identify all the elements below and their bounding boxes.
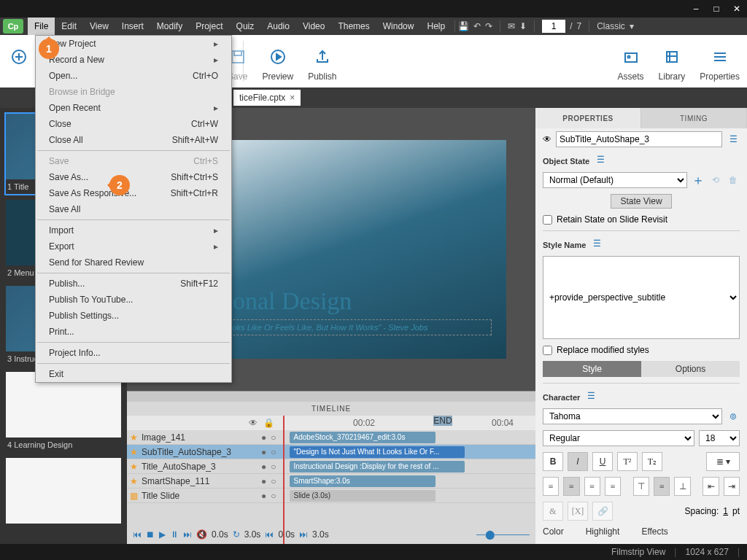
delete-state-icon[interactable]: 🗑 — [727, 174, 740, 187]
menu-themes[interactable]: Themes — [331, 18, 376, 35]
maximize-button[interactable]: □ — [706, 0, 727, 18]
object-name-input[interactable] — [556, 131, 722, 147]
replace-styles-checkbox[interactable] — [543, 346, 552, 355]
library-button[interactable]: Library — [651, 41, 693, 82]
menu-item-print-[interactable]: Print... — [36, 324, 231, 340]
layout-selector[interactable]: Classic — [597, 21, 625, 31]
retain-state-checkbox[interactable] — [543, 215, 552, 225]
menu-edit[interactable]: Edit — [55, 18, 83, 35]
playhead[interactable] — [283, 416, 285, 560]
menu-item-publish-to-youtube-[interactable]: Publish To YouTube... — [36, 292, 231, 308]
menu-item-publish-[interactable]: Publish...Shift+F12 — [36, 276, 231, 292]
state-view-button[interactable]: State View — [611, 194, 671, 209]
menu-modify[interactable]: Modify — [150, 18, 189, 35]
menu-item-new-project[interactable]: New Project — [36, 36, 231, 52]
bold-button[interactable]: B — [543, 452, 563, 471]
mail-icon[interactable]: ✉ — [508, 21, 515, 31]
weight-select[interactable]: Regular — [543, 430, 694, 446]
menu-item-close-all[interactable]: Close AllShift+Alt+W — [36, 132, 231, 148]
menu-item-project-info-[interactable]: Project Info... — [36, 345, 231, 361]
timeline-row[interactable]: ★Image_141●○AdobeStock_370219467_edit:3.… — [127, 430, 535, 445]
spacing-value[interactable]: 1 — [723, 506, 728, 516]
rewind-icon[interactable]: ⏮ — [133, 529, 142, 540]
menu-item-send-for-shared-review[interactable]: Send for Shared Review — [36, 254, 231, 271]
pause-icon[interactable]: ⏸ — [170, 529, 179, 540]
size-select[interactable]: 18 — [699, 430, 740, 446]
menu-item-exit[interactable]: Exit — [36, 366, 231, 382]
timeline-row[interactable]: ★SubTitle_AutoShape_3●○"Design Is Not Ju… — [127, 445, 535, 459]
publish-button[interactable]: Publish — [301, 41, 344, 82]
save-icon[interactable]: 💾 — [458, 21, 469, 31]
menu-icon[interactable]: ☰ — [594, 153, 607, 166]
hyperlink-button[interactable]: 🔗 — [592, 502, 613, 521]
menu-item-open-[interactable]: Open...Ctrl+O — [36, 68, 231, 84]
align-justify-button[interactable]: ≡ — [605, 477, 621, 496]
menu-icon[interactable]: ☰ — [584, 389, 597, 402]
align-left-button[interactable]: ≡ — [543, 477, 559, 496]
menu-item-import[interactable]: Import — [36, 222, 231, 238]
menu-video[interactable]: Video — [296, 18, 331, 35]
tab-timing[interactable]: TIMING — [641, 108, 747, 128]
menu-quiz[interactable]: Quiz — [230, 18, 261, 35]
menu-item-save-all[interactable]: Save All — [36, 201, 231, 217]
font-select[interactable]: Tahoma — [543, 408, 722, 424]
minimize-button[interactable]: – — [686, 0, 706, 18]
menu-audio[interactable]: Audio — [260, 18, 296, 35]
menu-icon[interactable]: ☰ — [727, 133, 740, 146]
eye-icon[interactable]: 👁 — [543, 134, 551, 144]
italic-button[interactable]: I — [568, 452, 588, 471]
assets-button[interactable]: Assets — [611, 41, 651, 82]
menu-item-publish-settings-[interactable]: Publish Settings... — [36, 308, 231, 324]
mute-icon[interactable]: 🔇 — [196, 529, 207, 540]
menu-view[interactable]: View — [83, 18, 115, 35]
menu-item-save-as-[interactable]: Save As...Shift+Ctrl+S — [36, 169, 231, 185]
loop-icon[interactable]: ↻ — [233, 529, 240, 540]
indent-dec-button[interactable]: ⇤ — [703, 477, 719, 496]
eye-icon[interactable]: 👁 — [249, 418, 258, 428]
align-right-button[interactable]: ≡ — [584, 477, 600, 496]
valign-bot-button[interactable]: ⊥ — [674, 477, 690, 496]
zoom-slider[interactable]: —⬤———— — [476, 529, 530, 540]
menu-item-export[interactable]: Export — [36, 238, 231, 254]
superscript-button[interactable]: T² — [617, 452, 638, 471]
cloud-fonts-icon[interactable]: ⊚ — [727, 410, 740, 423]
menu-icon[interactable]: ☰ — [590, 237, 603, 250]
undo-icon[interactable]: ↶ — [473, 21, 481, 31]
underline-button[interactable]: U — [592, 452, 613, 471]
close-tab-icon[interactable]: × — [290, 93, 295, 103]
menu-item-save-as-responsive-[interactable]: Save As Responsive...Shift+Ctrl+R — [36, 185, 231, 201]
forward-icon[interactable]: ⏭ — [183, 529, 192, 540]
indent-inc-button[interactable]: ⇥ — [724, 477, 740, 496]
var-button[interactable]: [X] — [568, 502, 588, 521]
timeline-row[interactable]: ★Title_AutoShape_3●○Instructional Design… — [127, 459, 535, 474]
download-icon[interactable]: ⬇ — [519, 21, 527, 31]
menu-insert[interactable]: Insert — [115, 18, 150, 35]
style-select[interactable]: +provide_perspective_subtitle — [543, 256, 740, 339]
tab-properties[interactable]: PROPERTIES — [535, 108, 641, 128]
seg-style[interactable]: Style — [543, 361, 641, 377]
slides-button[interactable]: Slides — [0, 41, 39, 82]
valign-mid-button[interactable]: ≡ — [654, 477, 670, 496]
state-select[interactable]: Normal (Default) — [543, 172, 687, 188]
valign-top-button[interactable]: ⊤ — [633, 477, 649, 496]
document-tab[interactable]: ticeFile.cptx× — [233, 90, 301, 106]
timeline-row[interactable]: ★SmartShape_111●○SmartShape:3.0s — [127, 474, 535, 489]
close-button[interactable]: ✕ — [727, 0, 747, 18]
link-button[interactable]: & — [543, 502, 563, 521]
timeline-row[interactable]: ▦Title Slide●○Slide (3.0s) — [127, 489, 535, 503]
stop-icon[interactable]: ⏹ — [146, 529, 155, 540]
menu-project[interactable]: Project — [189, 18, 229, 35]
menu-help[interactable]: Help — [420, 18, 452, 35]
align-center-button[interactable]: ≡ — [563, 477, 579, 496]
add-state-icon[interactable]: ＋ — [692, 174, 705, 187]
page-current-input[interactable] — [542, 20, 565, 33]
filmstrip-thumb[interactable]: 4 Learning Design — [4, 370, 123, 454]
menu-item-open-recent[interactable]: Open Recent — [36, 100, 231, 116]
menu-item-close[interactable]: CloseCtrl+W — [36, 116, 231, 132]
lock-icon[interactable]: 🔒 — [263, 418, 274, 428]
properties-button[interactable]: Properties — [692, 41, 747, 82]
play-icon[interactable]: ▶ — [159, 529, 166, 540]
preview-button[interactable]: Preview — [255, 41, 301, 82]
reset-state-icon[interactable]: ⟲ — [709, 174, 722, 187]
redo-icon[interactable]: ↷ — [485, 21, 492, 31]
